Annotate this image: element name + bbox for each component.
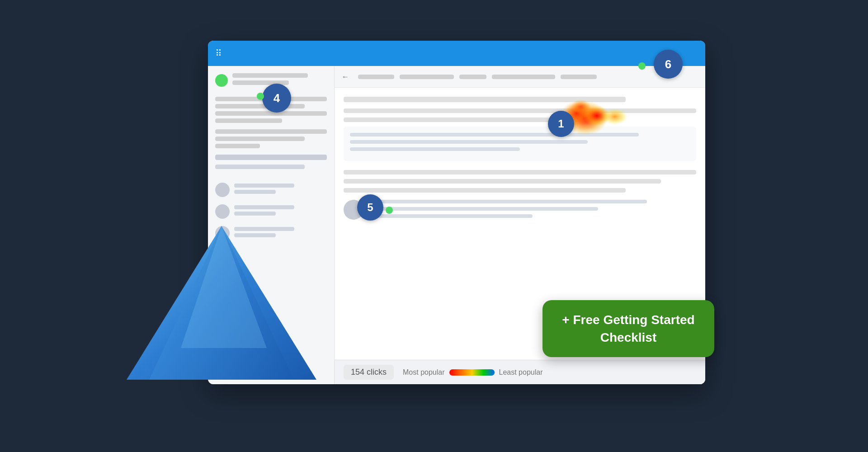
header-tab xyxy=(492,75,555,79)
badge-number: 1 xyxy=(558,118,564,130)
least-popular-label: Least popular xyxy=(499,368,543,377)
user-info xyxy=(234,184,327,196)
user-detail-line xyxy=(234,212,276,216)
user-name-line xyxy=(234,184,294,188)
user-detail-line xyxy=(369,207,598,211)
user-avatar xyxy=(215,183,230,197)
clicks-count: 154 clicks xyxy=(344,365,394,380)
header-tab xyxy=(561,75,597,79)
heatmap-gradient-bar xyxy=(449,369,495,376)
most-popular-label: Most popular xyxy=(403,368,445,377)
content-header: ← xyxy=(335,66,705,88)
sidebar-section-3 xyxy=(215,155,327,169)
sidebar-line xyxy=(215,144,260,148)
content-line xyxy=(344,188,626,193)
sidebar-line xyxy=(215,118,282,123)
header-tab xyxy=(358,75,394,79)
svg-point-7 xyxy=(571,99,591,114)
main-scene: ⠿ xyxy=(163,41,705,411)
badge-number: 5 xyxy=(367,201,373,214)
content-line xyxy=(344,179,661,184)
cta-line1: + Free Getting Started xyxy=(562,313,694,327)
legend: Most popular Least popular xyxy=(403,368,542,377)
green-dot-4 xyxy=(257,93,264,100)
badge-number: 4 xyxy=(274,91,280,105)
user-detail-line xyxy=(369,214,533,218)
content-line xyxy=(344,108,696,113)
sidebar-line xyxy=(215,129,327,134)
sidebar-line xyxy=(232,73,308,78)
user-detail-line xyxy=(234,190,276,194)
sidebar-section-2 xyxy=(215,129,327,148)
green-dot-5 xyxy=(386,207,393,214)
back-arrow-icon: ← xyxy=(342,73,349,81)
user-details xyxy=(369,200,696,221)
sidebar-line xyxy=(215,137,305,141)
status-bar: 154 clicks Most popular Least popular xyxy=(335,360,705,384)
badge-number: 6 xyxy=(665,57,671,71)
sidebar-line xyxy=(215,165,305,169)
user-avatar xyxy=(215,204,230,219)
content-card-1 xyxy=(344,127,696,161)
user-item xyxy=(215,204,327,219)
header-tab xyxy=(400,75,454,79)
content-line xyxy=(344,118,555,122)
svg-point-6 xyxy=(602,108,627,125)
browser-toolbar: ⠿ xyxy=(208,41,705,66)
header-tab xyxy=(459,75,486,79)
user-detail-line xyxy=(369,200,647,203)
green-dot-6 xyxy=(638,62,646,70)
sidebar-line xyxy=(215,155,327,160)
grid-icon: ⠿ xyxy=(215,48,222,59)
user-item xyxy=(215,183,327,197)
sidebar-avatar xyxy=(215,74,228,87)
sidebar-line xyxy=(215,104,305,108)
content-line xyxy=(344,170,696,174)
cta-banner[interactable]: + Free Getting Started Checklist xyxy=(542,300,714,357)
sidebar-line xyxy=(215,111,327,116)
card-line xyxy=(350,147,520,151)
cta-line2: Checklist xyxy=(600,330,657,344)
user-name-line xyxy=(234,205,294,209)
content-section xyxy=(344,170,696,193)
badge-1: 1 xyxy=(548,111,574,137)
badge-5: 5 xyxy=(357,194,383,221)
badge-4: 4 xyxy=(262,84,291,113)
triangle-logo xyxy=(127,221,316,384)
user-info xyxy=(234,205,327,218)
badge-6: 6 xyxy=(654,50,683,79)
user-row xyxy=(344,200,696,221)
